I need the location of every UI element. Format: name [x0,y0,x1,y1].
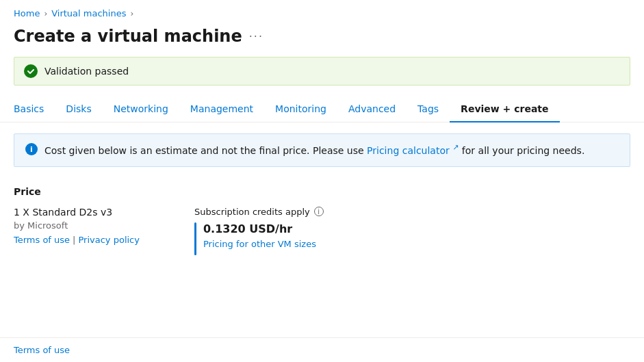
links-separator: | [73,235,75,245]
breadcrumb-home[interactable]: Home [14,8,40,18]
vm-spec: 1 X Standard D2s v3 [14,207,140,218]
subscription-info-icon[interactable]: i [314,207,324,216]
price-section: Price 1 X Standard D2s v3 by Microsoft T… [0,167,644,269]
info-banner-text: Cost given below is an estimate and not … [44,142,584,158]
tab-tags[interactable]: Tags [407,96,450,122]
price-content: 1 X Standard D2s v3 by Microsoft Terms o… [14,207,630,255]
info-icon: i [25,143,38,155]
checkmark-icon [27,67,35,75]
footer: Terms of use [0,337,644,362]
price-links: Terms of use | Privacy policy [14,235,140,245]
price-amount-row: 0.1320 USD/hr Pricing for other VM sizes [194,222,324,255]
price-right: Subscription credits apply i 0.1320 USD/… [194,207,324,255]
privacy-policy-link[interactable]: Privacy policy [78,235,139,245]
breadcrumb-sep-1: › [44,9,47,18]
tab-monitoring[interactable]: Monitoring [264,96,337,122]
tab-networking[interactable]: Networking [103,96,179,122]
info-text-before: Cost given below is an estimate and not … [44,145,367,156]
info-banner: i Cost given below is an estimate and no… [14,133,630,167]
tab-disks[interactable]: Disks [55,96,102,122]
info-text-after: for all your pricing needs. [459,145,584,156]
footer-terms-of-use[interactable]: Terms of use [14,345,70,355]
price-other-sizes: Pricing for other VM sizes [203,238,316,249]
price-bar-indicator [194,222,196,255]
by-microsoft: by Microsoft [14,220,140,231]
validation-banner: Validation passed [14,57,630,86]
info-icon-letter: i [30,145,33,154]
breadcrumb-virtual-machines[interactable]: Virtual machines [51,8,126,18]
tab-advanced[interactable]: Advanced [337,96,407,122]
subscription-row: Subscription credits apply i [194,207,324,217]
subscription-credits-text: Subscription credits apply [194,207,310,217]
price-label: Price [14,186,630,197]
validation-text: Validation passed [44,66,129,77]
page-title-row: Create a virtual machine ··· [0,24,644,57]
breadcrumb-sep-2: › [130,9,133,18]
terms-of-use-link[interactable]: Terms of use [14,235,70,245]
tab-management[interactable]: Management [179,96,264,122]
price-amount-content: 0.1320 USD/hr Pricing for other VM sizes [203,222,316,255]
breadcrumb: Home › Virtual machines › [0,0,644,24]
tab-review-create[interactable]: Review + create [450,96,559,122]
page-menu-button[interactable]: ··· [249,30,263,43]
tab-basics[interactable]: Basics [14,96,55,122]
price-left: 1 X Standard D2s v3 by Microsoft Terms o… [14,207,140,245]
pricing-other-sizes-link[interactable]: Pricing for other VM sizes [203,239,316,249]
page-title: Create a virtual machine [14,27,242,46]
pricing-calculator-link[interactable]: Pricing calculator ↗ [367,145,459,156]
price-amount-value: 0.1320 USD/hr [203,222,316,235]
validation-icon [24,64,38,78]
tabs-nav: Basics Disks Networking Management Monit… [0,96,644,122]
